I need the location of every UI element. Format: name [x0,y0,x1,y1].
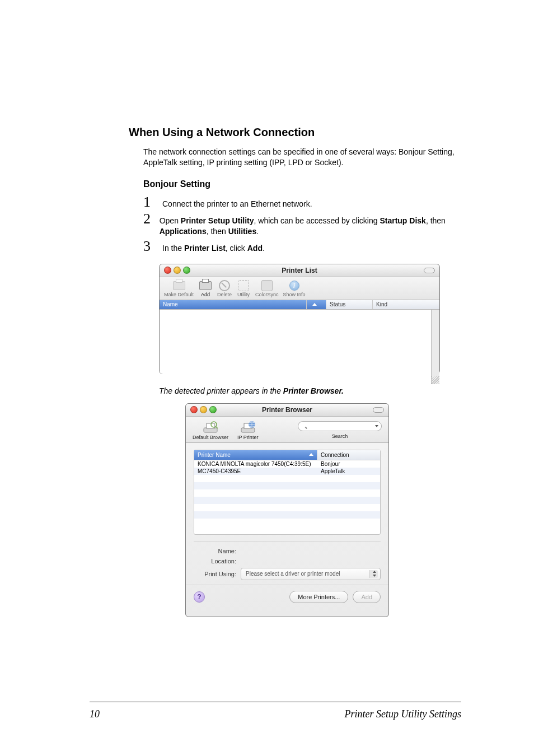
step-text: Connect the printer to an Ethernet netwo… [162,197,312,209]
make-default-button: Make Default [164,279,194,297]
forbid-icon [219,280,230,291]
table-row [194,482,380,489]
default-browser-icon [202,420,219,435]
toolbar: Make Default Add Delete Utility ColorSyn… [160,277,439,300]
column-headers: Printer Name Connection [194,450,380,460]
ip-printer-tab[interactable]: IP Printer [237,420,258,440]
colorsync-button: ColorSync [255,279,279,297]
printer-add-icon [199,281,212,290]
printer-form: Name: Location: Print Using: Please sele… [194,542,381,580]
table-row [194,497,380,504]
add-button: Add [353,591,381,603]
print-using-select[interactable]: Please select a driver or printer model [241,568,381,580]
page-number: 10 [90,708,100,720]
footer-divider [90,702,461,702]
default-browser-tab[interactable]: Default Browser [193,420,228,440]
step-list: 1 Connect the printer to an Ethernet net… [143,195,461,254]
column-headers: Name Status Kind [160,300,439,310]
close-icon[interactable] [190,406,198,413]
note-text: The detected printer appears in the Prin… [159,386,461,395]
printer-browser-window: Printer Browser Default Browser IP Print… [185,403,389,617]
search-field-group: Search [298,421,382,439]
show-info-button: i Show Info [283,279,306,297]
subsection-heading: Bonjour Setting [143,179,461,189]
sort-indicator[interactable] [307,300,326,309]
print-using-label: Print Using: [194,571,241,577]
printer-results-panel: Printer Name Connection KONICA MINOLTA m… [194,450,381,535]
intro-paragraph: The network connection settings can be s… [143,147,461,168]
printer-list-body [160,310,431,374]
titlebar: Printer List [160,264,439,277]
step-number: 1 [143,195,157,209]
minimize-icon[interactable] [174,267,181,274]
toolbar-toggle-icon[interactable] [424,268,435,273]
footer-title: Printer Setup Utility Settings [345,708,461,720]
printer-icon [173,281,185,290]
delete-button: Delete [217,279,232,297]
more-printers-button[interactable]: More Printers... [289,591,348,603]
step-text: Open Printer Setup Utility, which can be… [160,213,461,237]
section-heading: When Using a Network Connection [129,126,461,139]
toolbar: Default Browser IP Printer Search [186,417,388,443]
search-input[interactable] [298,421,382,431]
column-connection[interactable]: Connection [317,450,380,460]
add-button[interactable]: Add [198,279,213,297]
help-button[interactable]: ? [194,591,205,603]
close-icon[interactable] [164,267,171,274]
svg-rect-1 [207,423,214,428]
window-footer: ? More Printers... Add [186,585,388,609]
titlebar: Printer Browser [186,404,388,417]
table-row[interactable]: MC7450-C4395E AppleTalk [194,468,380,475]
column-name[interactable]: Name [160,300,307,309]
minimize-icon[interactable] [200,406,207,413]
colorsync-icon [261,280,273,291]
scrollbar[interactable] [431,310,439,384]
table-row[interactable]: KONICA MINOLTA magicolor 7450(C4:39:5E) … [194,460,380,468]
window-title: Printer List [160,267,439,274]
ip-printer-icon [239,420,257,435]
column-status[interactable]: Status [326,300,373,309]
column-kind[interactable]: Kind [373,300,439,309]
table-row [194,475,380,482]
toolbar-toggle-icon[interactable] [373,407,384,413]
search-menu-icon[interactable] [375,425,378,427]
table-row [194,489,380,497]
step-text: In the Printer List, click Add. [162,241,265,254]
utility-button: Utility [236,279,251,297]
gear-icon [238,280,249,291]
table-row [194,511,380,519]
zoom-icon[interactable] [209,406,217,413]
column-printer-name[interactable]: Printer Name [194,450,317,460]
zoom-icon[interactable] [183,267,190,274]
step-number: 3 [143,239,157,254]
printer-rows: KONICA MINOLTA magicolor 7450(C4:39:5E) … [194,460,380,519]
page-footer: 10 Printer Setup Utility Settings [90,708,461,720]
location-label: Location: [194,558,241,564]
printer-list-window: Printer List Make Default Add Delete [159,264,440,374]
name-label: Name: [194,548,241,554]
table-row [194,504,380,511]
info-icon: i [289,281,299,291]
step-number: 2 [143,212,154,226]
